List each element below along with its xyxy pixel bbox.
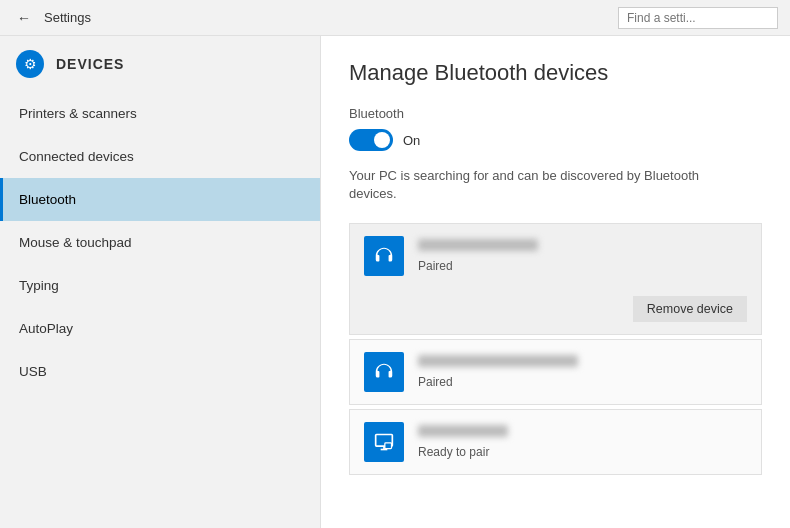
headphone-icon	[373, 245, 395, 267]
device-icon-2	[364, 352, 404, 392]
device-card-top-2[interactable]: Paired	[350, 340, 761, 404]
sidebar-item-mouse[interactable]: Mouse & touchpad	[0, 221, 320, 264]
remove-device-button[interactable]: Remove device	[633, 296, 747, 322]
content-area: Manage Bluetooth devices Bluetooth On Yo…	[320, 36, 790, 528]
bluetooth-label: Bluetooth	[349, 106, 762, 121]
toggle-state-label: On	[403, 133, 420, 148]
device-card-top-3[interactable]: Ready to pair	[350, 410, 761, 474]
toggle-knob	[374, 132, 390, 148]
device-info-1: Paired	[418, 239, 747, 274]
sidebar: ⚙ DEVICES Printers & scanners Connected …	[0, 36, 320, 528]
device-card-top-1[interactable]: Paired	[350, 224, 761, 288]
sidebar-item-bluetooth[interactable]: Bluetooth	[0, 178, 320, 221]
headphone-icon-2	[373, 361, 395, 383]
search-input[interactable]	[618, 7, 778, 29]
device-info-2: Paired	[418, 355, 747, 390]
svg-rect-3	[385, 443, 392, 449]
device-actions-1: Remove device	[350, 288, 761, 334]
sidebar-header: ⚙ DEVICES	[0, 36, 320, 92]
device-name-blur-3	[418, 425, 508, 437]
device-icon-1	[364, 236, 404, 276]
title-bar-text: Settings	[44, 10, 91, 25]
sidebar-item-autoplay[interactable]: AutoPlay	[0, 307, 320, 350]
sidebar-item-connected[interactable]: Connected devices	[0, 135, 320, 178]
device-card-3: Ready to pair	[349, 409, 762, 475]
page-title: Manage Bluetooth devices	[349, 60, 762, 86]
device-name-blur-2	[418, 355, 578, 367]
searching-text: Your PC is searching for and can be disc…	[349, 167, 749, 203]
bluetooth-toggle[interactable]	[349, 129, 393, 151]
device-card-2: Paired	[349, 339, 762, 405]
bluetooth-toggle-row: On	[349, 129, 762, 151]
title-bar: ← Settings	[0, 0, 790, 36]
monitor-icon	[374, 432, 394, 452]
sidebar-item-usb[interactable]: USB	[0, 350, 320, 393]
back-button[interactable]: ←	[12, 6, 36, 30]
devices-icon: ⚙	[16, 50, 44, 78]
sidebar-title: DEVICES	[56, 56, 124, 72]
sidebar-item-typing[interactable]: Typing	[0, 264, 320, 307]
sidebar-item-printers[interactable]: Printers & scanners	[0, 92, 320, 135]
device-card-1: Paired Remove device	[349, 223, 762, 335]
device-icon-3	[364, 422, 404, 462]
device-info-3: Ready to pair	[418, 425, 747, 460]
main-layout: ⚙ DEVICES Printers & scanners Connected …	[0, 36, 790, 528]
device-name-blur-1	[418, 239, 538, 251]
device-status-1: Paired	[418, 259, 453, 273]
device-status-3: Ready to pair	[418, 445, 489, 459]
device-status-2: Paired	[418, 375, 453, 389]
